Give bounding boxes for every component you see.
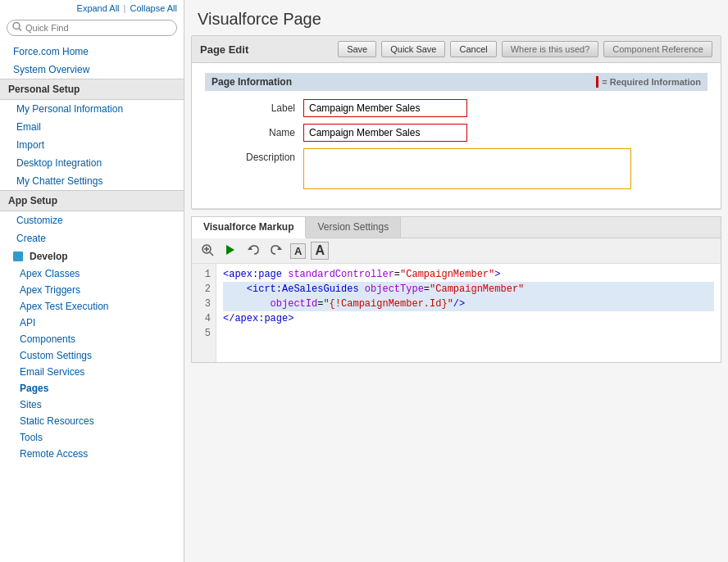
sidebar-item-email-services[interactable]: Email Services [0, 364, 184, 380]
arrow-right-icon[interactable] [221, 242, 239, 260]
save-button[interactable]: Save [338, 41, 376, 57]
component-reference-button[interactable]: Component Reference [603, 41, 712, 57]
sidebar: Expand All | Collapse All Force.com Home… [0, 0, 184, 562]
svg-line-3 [210, 252, 213, 256]
description-field-container [303, 148, 631, 192]
expand-all-link[interactable]: Expand All [77, 3, 120, 13]
sidebar-item-api[interactable]: API [0, 315, 184, 331]
zoom-in-icon[interactable] [198, 242, 216, 260]
where-is-this-used-button[interactable]: Where is this used? [502, 41, 599, 57]
svg-marker-6 [226, 245, 234, 255]
sidebar-item-label: System Overview [13, 64, 89, 75]
sidebar-item-apex-classes[interactable]: Apex Classes [0, 265, 184, 282]
sidebar-item-label: Email [16, 121, 41, 133]
sidebar-item-label: Custom Settings [20, 350, 92, 361]
label-input[interactable] [303, 99, 467, 117]
label-field-label: Label [205, 99, 303, 114]
sidebar-top-links: Expand All | Collapse All [0, 0, 184, 16]
sidebar-item-email[interactable]: Email [0, 118, 184, 136]
sidebar-item-tools[interactable]: Tools [0, 429, 184, 446]
required-legend: = Required Information [596, 76, 701, 88]
main-content: Visualforce Page Page Edit Save Quick Sa… [184, 0, 728, 562]
sidebar-item-static-resources[interactable]: Static Resources [0, 413, 184, 429]
code-line-4: </apex:page> [223, 311, 714, 326]
sidebar-item-apex-triggers[interactable]: Apex Triggers [0, 282, 184, 298]
code-area: 1 2 3 4 5 <apex:page standardController=… [192, 264, 721, 362]
undo-icon[interactable] [244, 242, 262, 260]
sidebar-item-pages[interactable]: Pages [0, 380, 184, 397]
sidebar-item-develop[interactable]: Develop [0, 247, 184, 265]
page-title: Visualforce Page [198, 10, 715, 29]
sidebar-item-label: Apex Test Execution [20, 301, 109, 312]
sidebar-item-my-personal-info[interactable]: My Personal Information [0, 100, 184, 118]
tab-visualforce-markup[interactable]: Visualforce Markup [192, 217, 306, 238]
sidebar-item-label: Static Resources [20, 415, 94, 427]
tab-version-settings[interactable]: Version Settings [306, 217, 401, 238]
sidebar-item-label: Desktop Integration [16, 157, 102, 169]
description-form-row: Description [205, 148, 708, 192]
sidebar-item-label: Apex Classes [20, 268, 80, 279]
sidebar-item-label: Tools [20, 432, 43, 443]
code-content[interactable]: <apex:page standardController="CampaignM… [216, 264, 721, 362]
page-info-section: Page Information = Required Information … [192, 63, 721, 209]
sidebar-item-apex-test-execution[interactable]: Apex Test Execution [0, 298, 184, 315]
sidebar-item-label: My Personal Information [16, 103, 123, 115]
svg-line-1 [19, 29, 21, 31]
sidebar-item-remote-access[interactable]: Remote Access [0, 446, 184, 462]
collapse-all-link[interactable]: Collapse All [130, 3, 177, 13]
sidebar-item-label: Pages [20, 383, 48, 394]
quick-save-button[interactable]: Quick Save [381, 41, 445, 57]
sidebar-item-label: Components [20, 333, 75, 345]
sidebar-search-container [0, 16, 184, 43]
page-edit-header: Page Edit Save Quick Save Cancel Where i… [192, 36, 721, 63]
sidebar-item-label: Sites [20, 399, 42, 410]
sidebar-item-custom-settings[interactable]: Custom Settings [0, 347, 184, 364]
markup-tabs: Visualforce Markup Version Settings [192, 217, 721, 238]
sidebar-item-label: Import [16, 139, 44, 151]
section-header-label: Page Information [212, 76, 292, 88]
section-label: Personal Setup [8, 84, 80, 95]
sidebar-item-create[interactable]: Create [0, 229, 184, 247]
sidebar-item-customize[interactable]: Customize [0, 211, 184, 229]
sidebar-item-import[interactable]: Import [0, 136, 184, 154]
sidebar-item-label: My Chatter Settings [16, 175, 102, 187]
editor-toolbar: A A [192, 238, 721, 264]
cancel-button[interactable]: Cancel [450, 41, 496, 57]
sidebar-item-label: Force.com Home [13, 46, 89, 57]
quick-find-input[interactable] [7, 20, 177, 36]
font-size-small-button[interactable]: A [290, 243, 306, 259]
section-header-bar: Page Information = Required Information [205, 73, 708, 91]
page-edit-panel: Page Edit Save Quick Save Cancel Where i… [191, 35, 721, 210]
font-size-large-button[interactable]: A [311, 242, 329, 260]
sidebar-item-components[interactable]: Components [0, 331, 184, 347]
sidebar-item-system-overview[interactable]: System Overview [0, 61, 184, 79]
markup-panel: Visualforce Markup Version Settings A A … [191, 216, 721, 363]
redo-icon[interactable] [267, 242, 285, 260]
code-line-2: <icrt:AeSalesGuides objectType="Campaign… [223, 282, 714, 297]
sidebar-item-label: Create [16, 233, 46, 244]
code-line-3: objectId="{!CampaignMember.Id}"/> [223, 297, 714, 311]
svg-marker-7 [248, 247, 253, 250]
name-field-label: Name [205, 124, 303, 138]
section-label: App Setup [8, 195, 57, 206]
name-form-row: Name [205, 124, 708, 142]
description-textarea[interactable] [303, 148, 631, 189]
sidebar-item-desktop-integration[interactable]: Desktop Integration [0, 154, 184, 172]
folder-icon [13, 252, 23, 261]
name-field-container [303, 124, 467, 142]
code-line-1: <apex:page standardController="CampaignM… [223, 267, 714, 282]
description-field-label: Description [205, 148, 303, 163]
sidebar-item-my-chatter-settings[interactable]: My Chatter Settings [0, 172, 184, 190]
page-edit-title: Page Edit [200, 43, 333, 56]
sidebar-item-sites[interactable]: Sites [0, 397, 184, 413]
line-numbers: 1 2 3 4 5 [192, 264, 216, 362]
name-input[interactable] [303, 124, 467, 142]
required-bar-icon [596, 76, 598, 88]
code-line-5 [223, 326, 714, 341]
sidebar-item-forcecom-home[interactable]: Force.com Home [0, 43, 184, 61]
sidebar-section-app-setup[interactable]: App Setup [0, 190, 184, 211]
page-title-bar: Visualforce Page [184, 0, 728, 35]
label-form-row: Label [205, 99, 708, 117]
svg-marker-8 [277, 247, 282, 250]
sidebar-section-personal-setup[interactable]: Personal Setup [0, 79, 184, 100]
